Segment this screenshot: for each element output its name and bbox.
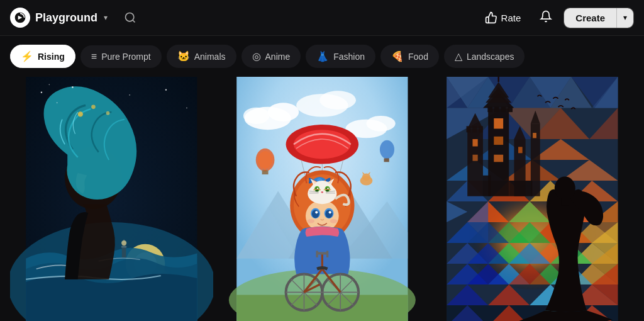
svg-rect-183 xyxy=(483,176,491,196)
fashion-icon: 👗 xyxy=(316,50,329,62)
svg-point-14 xyxy=(121,240,126,245)
app-title: Playground xyxy=(35,11,97,25)
svg-point-58 xyxy=(315,211,318,213)
logo-icon xyxy=(10,8,30,28)
food-icon: 🍕 xyxy=(391,50,404,62)
svg-point-17 xyxy=(72,86,73,87)
anime-icon: ◎ xyxy=(252,50,261,62)
svg-point-1 xyxy=(126,13,134,21)
category-food-label: Food xyxy=(408,52,428,62)
logo-area[interactable]: Playground ▾ xyxy=(10,8,108,28)
category-rising-label: Rising xyxy=(38,52,65,62)
header-right: Rate Create ▾ xyxy=(477,6,634,30)
create-button-group: Create ▾ xyxy=(564,8,634,28)
image-3-svg xyxy=(431,77,634,321)
svg-point-60 xyxy=(307,219,314,223)
category-anime-label: Anime xyxy=(265,52,291,62)
svg-rect-161 xyxy=(468,129,484,196)
svg-rect-182 xyxy=(533,133,536,138)
svg-rect-175 xyxy=(501,107,506,112)
svg-rect-13 xyxy=(121,246,126,247)
svg-point-27 xyxy=(366,116,395,132)
search-icon xyxy=(124,11,136,24)
svg-point-59 xyxy=(328,211,331,213)
svg-rect-176 xyxy=(508,107,513,112)
svg-rect-167 xyxy=(473,155,478,161)
svg-point-46 xyxy=(380,140,394,159)
svg-rect-47 xyxy=(384,159,389,162)
rising-icon: ⚡ xyxy=(21,50,33,62)
category-bar: ⚡ Rising ≡ Pure Prompt 🐱 Animals ◎ Anime… xyxy=(0,36,644,77)
notifications-button[interactable] xyxy=(533,6,558,30)
svg-rect-166 xyxy=(473,139,478,147)
category-rising[interactable]: ⚡ Rising xyxy=(10,45,75,68)
category-animals[interactable]: 🐱 Animals xyxy=(167,45,236,68)
category-pure-prompt-label: Pure Prompt xyxy=(101,52,151,62)
svg-rect-172 xyxy=(494,155,504,162)
svg-point-56 xyxy=(311,210,319,218)
svg-point-61 xyxy=(330,219,337,223)
category-anime[interactable]: ◎ Anime xyxy=(242,45,301,68)
svg-rect-173 xyxy=(488,107,492,112)
svg-point-15 xyxy=(41,92,42,93)
svg-point-29 xyxy=(319,91,356,110)
category-fashion[interactable]: 👗 Fashion xyxy=(306,45,375,68)
svg-point-20 xyxy=(186,108,187,109)
svg-point-8 xyxy=(78,111,83,116)
svg-point-21 xyxy=(49,84,50,86)
svg-rect-163 xyxy=(467,126,471,132)
svg-point-24 xyxy=(267,103,299,121)
rate-button[interactable]: Rate xyxy=(477,8,529,28)
image-card-3[interactable] xyxy=(431,77,634,321)
svg-point-10 xyxy=(106,111,110,115)
svg-rect-179 xyxy=(518,147,523,153)
create-button[interactable]: Create xyxy=(564,8,616,28)
playground-logo-svg xyxy=(14,11,26,24)
svg-point-18 xyxy=(129,94,130,96)
svg-point-57 xyxy=(325,210,333,218)
search-button[interactable] xyxy=(120,8,140,28)
svg-point-185 xyxy=(555,176,575,200)
category-fashion-label: Fashion xyxy=(333,52,365,62)
rate-label: Rate xyxy=(501,13,521,23)
category-pure-prompt[interactable]: ≡ Pure Prompt xyxy=(80,45,162,68)
svg-point-42 xyxy=(258,151,272,169)
pure-prompt-icon: ≡ xyxy=(91,51,97,62)
svg-point-9 xyxy=(91,105,96,110)
image-grid xyxy=(0,77,644,321)
svg-rect-165 xyxy=(479,126,484,132)
thumbs-up-icon xyxy=(485,11,497,24)
category-food[interactable]: 🍕 Food xyxy=(380,45,439,68)
svg-rect-186 xyxy=(562,198,569,205)
image-card-1[interactable] xyxy=(10,77,213,321)
create-dropdown-button[interactable]: ▾ xyxy=(616,8,633,28)
app-header: Playground ▾ Rate Create ▾ xyxy=(0,0,644,36)
svg-rect-43 xyxy=(262,171,268,175)
image-card-2[interactable] xyxy=(221,77,424,321)
svg-rect-184 xyxy=(509,181,533,196)
image-2-svg xyxy=(221,77,424,321)
category-animals-label: Animals xyxy=(194,52,226,62)
svg-point-16 xyxy=(57,102,58,103)
image-1-svg xyxy=(10,77,213,321)
landscapes-icon: △ xyxy=(455,50,462,62)
svg-point-25 xyxy=(243,108,269,124)
bell-icon xyxy=(540,10,552,23)
svg-point-49 xyxy=(362,173,370,181)
category-landscapes[interactable]: △ Landscapes xyxy=(444,45,525,68)
svg-point-70 xyxy=(321,191,323,193)
svg-rect-170 xyxy=(494,118,504,129)
svg-rect-164 xyxy=(473,126,477,132)
svg-rect-174 xyxy=(494,107,499,112)
category-landscapes-label: Landscapes xyxy=(467,52,514,62)
logo-chevron-icon: ▾ xyxy=(104,13,108,22)
svg-rect-171 xyxy=(494,137,504,145)
animals-icon: 🐱 xyxy=(177,50,190,62)
svg-point-19 xyxy=(165,89,167,90)
